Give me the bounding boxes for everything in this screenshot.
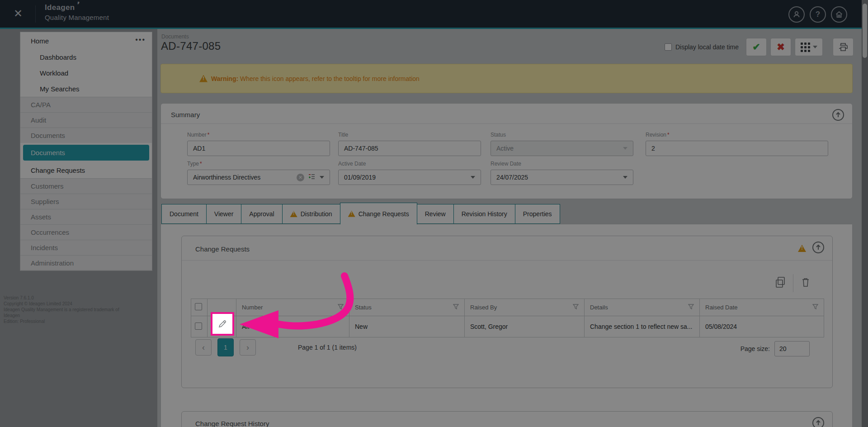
sidebar-item-suppliers[interactable]: Suppliers xyxy=(20,194,152,209)
check-icon: ✔ xyxy=(752,42,760,52)
next-page-button[interactable]: › xyxy=(240,339,256,356)
warning-banner-text: Where this icon appears, refer to the to… xyxy=(238,75,420,82)
cross-icon: ✖ xyxy=(777,42,785,52)
collapse-panel-button[interactable] xyxy=(812,242,824,253)
copy-icon[interactable] xyxy=(775,276,786,290)
type-field: Type* Airworthiness Directives ✕ xyxy=(187,161,330,185)
table-row[interactable]: AIPC98 New Scott, Gregor Change section … xyxy=(191,316,824,337)
sidebar-item-administration[interactable]: Administration xyxy=(20,255,152,270)
sidebar-item-occurrences[interactable]: Occurrences xyxy=(20,224,152,240)
title-field: Title AD-747-085 xyxy=(338,132,481,156)
display-local-datetime-checkbox[interactable] xyxy=(665,43,672,51)
page-size-select[interactable]: 20 xyxy=(774,341,810,356)
cell-number: AIPC98 xyxy=(236,316,349,337)
sidebar-item-documents-group[interactable]: Documents xyxy=(20,128,152,143)
filter-icon[interactable] xyxy=(573,304,579,311)
home-icon[interactable] xyxy=(831,6,847,23)
pagination: ‹ 1 › Page 1 of 1 (1 items) xyxy=(195,338,357,356)
sidebar-item-my-searches[interactable]: My Searches xyxy=(20,81,152,97)
clear-icon[interactable]: ✕ xyxy=(297,174,304,181)
printer-icon xyxy=(838,43,848,52)
page-title: AD-747-085 xyxy=(161,40,221,52)
document-tabs: Document Viewer Approval Distribution Ch… xyxy=(161,204,560,224)
cell-raised-by: Scott, Gregor xyxy=(465,316,585,337)
tab-distribution[interactable]: Distribution xyxy=(282,204,340,224)
warning-icon xyxy=(199,75,208,82)
active-date-picker[interactable]: 01/09/2019 xyxy=(338,170,481,185)
page-scrollbar[interactable] xyxy=(862,0,868,427)
required-mark: * xyxy=(667,132,670,138)
sidebar-item-customers[interactable]: Customers xyxy=(20,178,152,194)
warning-icon xyxy=(348,211,355,217)
collapse-panel-button[interactable] xyxy=(832,109,844,121)
scrollbar-thumb[interactable] xyxy=(863,4,867,58)
tab-document[interactable]: Document xyxy=(161,204,207,224)
number-field: Number* AD1 xyxy=(187,132,330,156)
chevron-down-icon xyxy=(320,176,324,179)
active-date-field: Active Date 01/09/2019 xyxy=(338,161,481,185)
tab-change-requests[interactable]: Change Requests xyxy=(340,203,417,224)
cell-details: Change section 1 to reflect new sa... xyxy=(585,316,700,337)
sidebar-item-home[interactable]: Home ••• xyxy=(20,32,152,49)
header-divider xyxy=(35,5,36,23)
tab-review[interactable]: Review xyxy=(417,204,454,224)
sidebar-item-capa[interactable]: CA/PA xyxy=(20,97,152,112)
select-all-checkbox[interactable] xyxy=(195,303,202,310)
review-date-picker[interactable]: 24/07/2025 xyxy=(491,170,633,185)
current-page-button[interactable]: 1 xyxy=(217,338,234,356)
sidebar-item-change-requests[interactable]: Change Requests xyxy=(20,162,152,178)
change-requests-title: Change Requests xyxy=(195,245,250,253)
tab-viewer[interactable]: Viewer xyxy=(206,204,242,224)
number-input[interactable]: AD1 xyxy=(187,141,330,156)
close-menu-icon[interactable]: ✕ xyxy=(14,7,23,20)
pencil-icon xyxy=(218,319,227,328)
sidebar-item-assets[interactable]: Assets xyxy=(20,209,152,224)
change-requests-panel: Change Requests xyxy=(181,236,833,388)
divider xyxy=(793,274,793,292)
sidebar-item-audit[interactable]: Audit xyxy=(20,112,152,128)
save-button[interactable]: ✔ xyxy=(746,38,767,56)
column-header-status: Status xyxy=(355,304,372,311)
tab-revision-history[interactable]: Revision History xyxy=(453,204,515,224)
type-select[interactable]: Airworthiness Directives ✕ xyxy=(187,170,330,185)
filter-icon[interactable] xyxy=(688,304,694,311)
delete-icon[interactable] xyxy=(801,277,811,289)
tab-properties[interactable]: Properties xyxy=(515,204,560,224)
previous-page-button[interactable]: ‹ xyxy=(195,339,212,356)
version-number: Version 7.6.1.0 xyxy=(4,295,128,301)
filter-icon[interactable] xyxy=(453,304,459,311)
print-button[interactable] xyxy=(833,38,854,56)
sidebar-item-documents-selected[interactable]: Documents xyxy=(23,145,149,161)
sidebar-item-workload[interactable]: Workload xyxy=(20,65,152,81)
column-header-details: Details xyxy=(590,304,608,311)
help-icon[interactable]: ? xyxy=(810,6,826,23)
revision-input[interactable]: 2 xyxy=(646,141,828,156)
brand-product: Quality Management xyxy=(45,14,109,21)
filter-icon[interactable] xyxy=(812,304,818,311)
table-header-row: Number Status Raised By Details Raised D… xyxy=(191,299,824,316)
required-mark: * xyxy=(208,132,210,138)
arrow-up-icon xyxy=(815,244,821,251)
chevron-down-icon xyxy=(623,176,627,179)
tab-approval[interactable]: Approval xyxy=(241,204,282,224)
sidebar-item-dashboards[interactable]: Dashboards xyxy=(20,49,152,65)
change-request-history-panel: Change Request History xyxy=(181,411,833,427)
collapse-panel-button[interactable] xyxy=(812,417,824,427)
title-input[interactable]: AD-747-085 xyxy=(338,141,481,156)
summary-panel: Summary Number* AD1 Title AD-747-085 Sta… xyxy=(160,103,853,199)
cancel-button[interactable]: ✖ xyxy=(770,38,791,56)
edit-list-icon[interactable] xyxy=(308,174,315,181)
account-icon[interactable] xyxy=(788,6,805,23)
display-local-datetime-label: Display local date time xyxy=(675,43,739,51)
views-dropdown-button[interactable] xyxy=(795,38,823,56)
chevron-down-icon xyxy=(623,147,627,150)
filter-icon[interactable] xyxy=(338,304,344,311)
edit-row-button[interactable] xyxy=(211,312,234,336)
row-checkbox[interactable] xyxy=(195,323,202,330)
app-screen: ✕ Ideagen❜ Quality Management ? Home •••… xyxy=(0,0,868,427)
warning-icon xyxy=(290,211,297,217)
change-request-history-title: Change Request History xyxy=(195,420,269,427)
more-options-icon[interactable]: ••• xyxy=(135,36,146,44)
warning-banner-bold: Warning: xyxy=(211,75,238,82)
sidebar-item-incidents[interactable]: Incidents xyxy=(20,240,152,255)
